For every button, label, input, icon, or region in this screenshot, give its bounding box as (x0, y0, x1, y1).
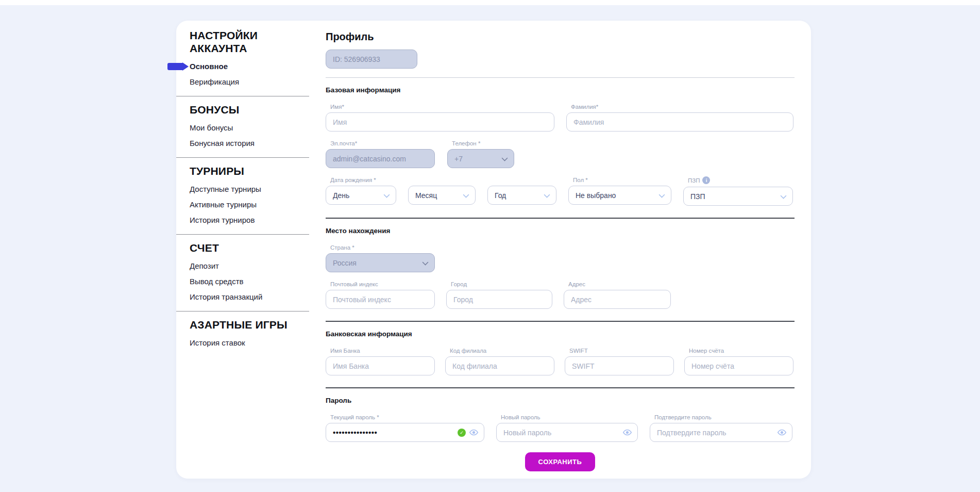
sidebar-item-transaction-history[interactable]: История транзакций (190, 292, 326, 301)
email-field (326, 149, 435, 168)
branch-code-field[interactable] (445, 356, 554, 375)
birth-year-value: Год (495, 191, 506, 200)
sidebar-divider (176, 157, 309, 158)
sidebar-group-title-bonuses: БОНУСЫ (190, 103, 300, 116)
phone-value: +7 (454, 155, 463, 163)
sidebar-divider (176, 234, 309, 235)
birth-day-select[interactable]: День (326, 186, 396, 205)
section-divider-light (326, 77, 795, 78)
sidebar-item-label: История транзакций (190, 292, 262, 301)
chevron-down-icon (463, 191, 469, 198)
eye-icon[interactable] (778, 429, 786, 436)
new-password-label: Новый пароль (501, 414, 638, 420)
section-divider (326, 321, 795, 322)
first-name-label: Имя* (330, 103, 554, 110)
swift-field[interactable] (565, 356, 674, 375)
gender-select[interactable]: Не выбрано (568, 186, 671, 205)
country-value: Россия (333, 259, 357, 267)
eye-icon[interactable] (623, 429, 632, 436)
sidebar-item-active-tournaments[interactable]: Активные турниры (190, 200, 326, 209)
sidebar-item-label: Вывод средств (190, 277, 243, 286)
email-label: Эл.почта* (330, 140, 435, 146)
sidebar-item-label: Основное (190, 62, 228, 71)
sidebar-group-title-tournaments: ТУРНИРЫ (190, 165, 300, 177)
sidebar-item-label: Верификация (190, 77, 239, 86)
sidebar-item-label: История ставок (190, 338, 245, 347)
section-divider (326, 387, 795, 388)
postal-code-label: Почтовый индекс (330, 281, 435, 287)
bank-info-heading: Банковская информация (326, 330, 795, 338)
active-arrow-icon (167, 63, 182, 70)
sidebar-item-label: Доступные турниры (190, 185, 261, 193)
chevron-down-icon (422, 259, 429, 266)
sidebar-item-bonus-history[interactable]: Бонусная история (190, 139, 326, 147)
bank-name-label: Имя Банка (330, 347, 435, 354)
chevron-down-icon (383, 191, 390, 198)
sidebar-item-label: История турниров (190, 216, 255, 224)
sidebar-item-label: Бонусная история (190, 139, 255, 147)
sidebar-divider (176, 96, 309, 96)
gender-label: Пол * (573, 176, 671, 183)
country-select: Россия (326, 253, 435, 272)
confirm-password-field[interactable] (657, 429, 774, 437)
first-name-field[interactable] (326, 112, 554, 132)
current-password-label: Текущий пароль * (330, 414, 484, 420)
country-label: Страна * (330, 244, 435, 251)
profile-form: Профиль Базовая информация Имя* Фамилия*… (326, 21, 811, 479)
city-field[interactable] (446, 290, 552, 309)
sidebar-item-verification[interactable]: Верификация (190, 77, 326, 86)
chevron-down-icon (780, 192, 787, 199)
new-password-field[interactable] (503, 429, 619, 437)
birth-month-value: Месяц (415, 191, 437, 200)
profile-id-field (326, 50, 417, 69)
sidebar-item-deposit[interactable]: Депозит (190, 261, 326, 270)
eye-icon[interactable] (469, 429, 478, 436)
sidebar-item-available-tournaments[interactable]: Доступные турниры (190, 185, 326, 193)
sidebar-item-withdrawal[interactable]: Вывод средств (190, 277, 326, 286)
branch-code-label: Код филиала (450, 347, 554, 354)
birth-day-value: День (333, 191, 349, 200)
sidebar-item-bet-history[interactable]: История ставок (190, 338, 326, 347)
save-button[interactable]: СОХРАНИТЬ (525, 452, 596, 471)
birth-month-select[interactable]: Месяц (408, 186, 476, 205)
phone-select: +7 (447, 149, 514, 168)
address-label: Адрес (568, 281, 671, 287)
birth-date-label: Дата рождения * (330, 176, 396, 183)
chevron-down-icon (544, 191, 550, 198)
gender-value: Не выбрано (576, 191, 616, 200)
account-number-label: Номер счёта (689, 347, 793, 354)
sidebar: НАСТРОЙКИ АККАУНТА Основное Верификация … (176, 21, 326, 479)
confirm-password-box (650, 423, 792, 442)
sidebar-group-title-account: СЧЕТ (190, 241, 300, 254)
address-field[interactable] (564, 290, 671, 309)
info-icon[interactable]: i (702, 176, 710, 184)
bank-name-field[interactable] (326, 356, 435, 375)
pzp-label-text: ПЗП (688, 177, 700, 184)
basic-info-heading: Базовая информация (326, 86, 795, 94)
current-password-field[interactable] (333, 428, 454, 437)
sidebar-item-my-bonuses[interactable]: Мои бонусы (190, 123, 326, 132)
password-heading: Пароль (326, 397, 795, 404)
current-password-box: ✓ (326, 423, 484, 442)
section-divider (326, 218, 795, 219)
account-number-field[interactable] (684, 356, 793, 375)
birth-year-select[interactable]: Год (487, 186, 556, 205)
sidebar-item-tournament-history[interactable]: История турниров (190, 216, 326, 224)
sidebar-item-main[interactable]: Основное (190, 62, 326, 71)
chevron-down-icon (658, 191, 665, 198)
birth-month-label (413, 176, 476, 183)
chevron-down-icon (501, 155, 508, 161)
last-name-field[interactable] (566, 112, 793, 132)
birth-year-label (492, 176, 556, 183)
sidebar-group-title-gambling: АЗАРТНЫЕ ИГРЫ (190, 318, 300, 331)
sidebar-item-label: Депозит (190, 261, 219, 270)
pzp-label: ПЗП i (688, 176, 793, 184)
last-name-label: Фамилия* (571, 103, 793, 110)
sidebar-group-title-settings: НАСТРОЙКИ АККАУНТА (190, 29, 300, 55)
account-settings-card: НАСТРОЙКИ АККАУНТА Основное Верификация … (176, 21, 811, 479)
sidebar-item-label: Мои бонусы (190, 123, 233, 132)
new-password-box (496, 423, 638, 442)
pzp-select[interactable]: ПЗП (683, 187, 793, 206)
postal-code-field[interactable] (326, 290, 435, 309)
pzp-value: ПЗП (690, 192, 705, 201)
